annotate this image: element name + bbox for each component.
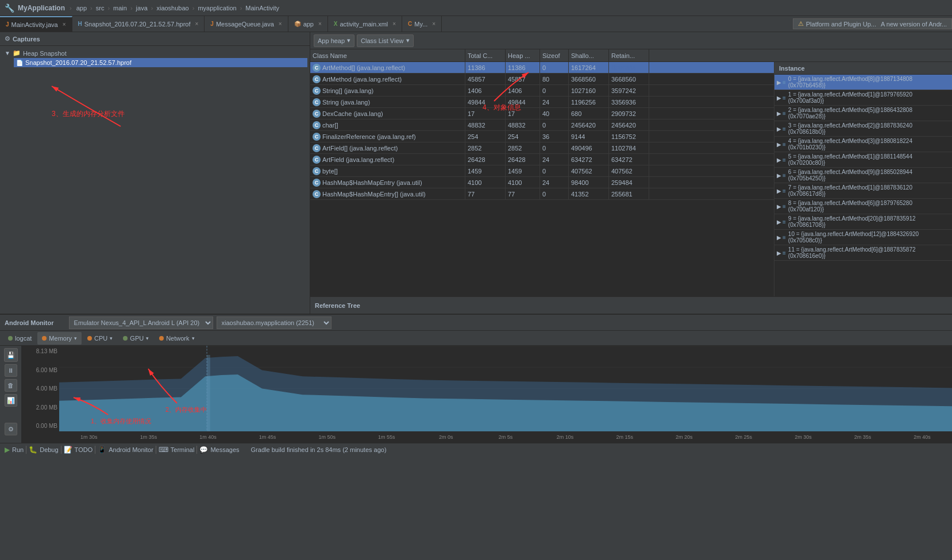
dump-heap-btn[interactable]: 💾 [4, 348, 18, 362]
network-dropdown-icon[interactable]: ▾ [192, 335, 195, 341]
close-messagequeue-icon[interactable]: × [279, 21, 282, 27]
android-monitor-button[interactable]: 📱 Android Monitor [98, 446, 153, 454]
instance-row-7[interactable]: ▶ ≡ 7 = {java.lang.reflect.ArtMethod[1]@… [774, 183, 952, 199]
nav-src[interactable]: src [96, 5, 105, 11]
debug-button[interactable]: 🐛 Debug [29, 446, 58, 454]
instance-row-2[interactable]: ▶ ≡ 2 = {java.lang.reflect.ArtMethod[5]@… [774, 106, 952, 121]
class-total-1: 45857 [465, 74, 506, 84]
class-row-8[interactable]: CArtField (java.lang.reflect) 26428 2642… [310, 154, 774, 165]
class-shallow-1: 3668560 [569, 74, 609, 84]
instance-row-4[interactable]: ▶ ≡ 4 = {java.lang.reflect.ArtMethod[3]@… [774, 137, 952, 152]
tab-app[interactable]: 📦 app × [288, 16, 328, 32]
monitor-tab-network[interactable]: Network ▾ [155, 332, 199, 345]
close-hprof-icon[interactable]: × [195, 21, 198, 27]
class-icon-5: C [313, 121, 321, 129]
gpu-dropdown-icon[interactable]: ▾ [146, 335, 149, 341]
monitor-tab-gpu[interactable]: GPU ▾ [118, 332, 153, 345]
class-retain-2: 3597242 [609, 85, 649, 96]
instance-row-10[interactable]: ▶ ≡ 10 = {java.lang.reflect.ArtMethod[12… [774, 230, 952, 245]
instance-row-3[interactable]: ▶ ≡ 3 = {java.lang.reflect.ArtMethod[2]@… [774, 121, 952, 137]
close-my-icon[interactable]: × [432, 21, 435, 27]
instance-row-8[interactable]: ▶ ≡ 8 = {java.lang.reflect.ArtMethod[6]@… [774, 199, 952, 214]
close-app-icon[interactable]: × [318, 21, 322, 27]
class-heap-1: 45857 [506, 74, 540, 84]
monitor-tab-memory[interactable]: Memory ▾ [37, 332, 82, 345]
class-row-2[interactable]: CString[] (java.lang) 1406 1406 0 102716… [310, 85, 774, 96]
class-list-view-dropdown[interactable]: Class List View ▾ [357, 34, 413, 47]
instance-text-5: 5 = {java.lang.reflect.ArtMethod[1]@1881… [788, 153, 950, 166]
tab-activity-main[interactable]: X activity_main.xml × [328, 16, 402, 32]
monitor-tab-logcat[interactable]: logcat [3, 332, 36, 345]
class-retain-8: 634272 [609, 154, 649, 165]
heap-snapshot-label: Heap Snapshot [23, 50, 67, 57]
todo-button[interactable]: 📝 TODO [64, 446, 93, 454]
messages-button[interactable]: 💬 Messages [199, 446, 239, 454]
snapshot-file-item[interactable]: 📄 Snapshot_2016.07.20_21.52.57.hprof [14, 58, 307, 67]
memory-dot [42, 336, 47, 341]
settings-btn[interactable]: ⚙ [5, 423, 17, 435]
instance-row-9[interactable]: ▶ ≡ 9 = {java.lang.reflect.ArtMethod[20]… [774, 214, 952, 230]
nav-main[interactable]: main [113, 5, 127, 11]
app-heap-dropdown[interactable]: App heap ▾ [314, 34, 354, 47]
cpu-dropdown-icon[interactable]: ▾ [110, 335, 113, 341]
class-row-11[interactable]: CHashMap$HashMapEntry[] (java.util) 77 7… [310, 188, 774, 200]
nav-java[interactable]: java [136, 5, 148, 11]
tab-hprof[interactable]: H Snapshot_2016.07.20_21.52.57.hprof × [72, 16, 205, 32]
run-label: Run [12, 446, 24, 453]
instance-row-0[interactable]: ▶ ≡ 0 = {java.lang.reflect.ArtMethod[8]@… [774, 75, 952, 90]
tab-messagequeue[interactable]: J MessageQueue.java × [205, 16, 288, 32]
class-row-1[interactable]: CArtMethod (java.lang.reflect) 45857 458… [310, 74, 774, 85]
alloc-btn[interactable]: 📊 [5, 394, 17, 407]
tab-my[interactable]: C My... × [402, 16, 442, 32]
nav-myapp[interactable]: myapplication [198, 5, 236, 11]
instance-text-2: 2 = {java.lang.reflect.ArtMethod[5]@1886… [788, 107, 950, 119]
class-row-0[interactable]: C ArtMethod[] (java.lang.reflect) 11386 … [310, 62, 774, 74]
folder-icon: 📁 [13, 49, 21, 57]
chevron-down-icon: ▾ [347, 37, 350, 44]
instance-row-6[interactable]: ▶ ≡ 6 = {java.lang.reflect.ArtMethod[9]@… [774, 168, 952, 183]
class-row-3[interactable]: CString (java.lang) 49844 49844 24 11962… [310, 96, 774, 108]
expand-icon-1: ▶ [777, 95, 781, 101]
nav-xiaoshubao[interactable]: xiaoshubao [156, 5, 188, 11]
annotation-3: 3、生成的内存分析文件 [52, 109, 125, 119]
heap-snapshot-folder[interactable]: ▼ 📁 Heap Snapshot [2, 48, 307, 58]
memory-dropdown-icon[interactable]: ▾ [74, 335, 77, 341]
nav-app[interactable]: app [76, 5, 87, 11]
class-row-7[interactable]: CArtField[] (java.lang.reflect) 2852 285… [310, 142, 774, 154]
terminal-button[interactable]: ⌨ Terminal [159, 446, 195, 454]
instance-row-1[interactable]: ▶ ≡ 1 = {java.lang.reflect.ArtMethod[1]@… [774, 90, 952, 106]
settings-icon[interactable]: ⚙ [5, 35, 10, 43]
class-shallow-6: 9144 [569, 131, 609, 142]
monitor-tab-cpu[interactable]: CPU ▾ [83, 332, 117, 345]
class-row-10[interactable]: CHashMap$HashMapEntry (java.util) 4100 4… [310, 177, 774, 188]
class-row-4[interactable]: CDexCache (java.lang) 17 17 40 680 29097… [310, 108, 774, 119]
class-row-5[interactable]: Cchar[] 48832 48832 0 2456420 2456420 [310, 119, 774, 131]
close-mainactivity-icon[interactable]: × [63, 21, 66, 28]
class-row-6[interactable]: CFinalizerReference (java.lang.ref) 254 … [310, 131, 774, 142]
class-name-7: ArtField[] (java.lang.reflect) [322, 145, 398, 152]
class-sizeof-0: 0 [540, 62, 569, 73]
logcat-label: logcat [15, 335, 32, 342]
class-shallow-4: 680 [569, 108, 609, 119]
close-activity-main-icon[interactable]: × [392, 21, 396, 27]
class-icon-9: C [313, 167, 321, 175]
package-selector[interactable]: xiaoshubao.myapplication (2251) [217, 316, 332, 329]
class-row-9[interactable]: Cbyte[] 1459 1459 0 407562 407562 [310, 165, 774, 177]
tab-mainactivity[interactable]: J MainActivity.java × [0, 16, 72, 32]
device-selector[interactable]: Emulator Nexus_4_API_L Android L (API 20… [69, 316, 213, 329]
instance-row-11[interactable]: ▶ ≡ 11 = {java.lang.reflect.ArtMethod[6]… [774, 245, 952, 261]
instance-row-5[interactable]: ▶ ≡ 5 = {java.lang.reflect.ArtMethod[1]@… [774, 152, 952, 168]
expand-icon-9: ▶ [777, 219, 781, 225]
nav-separator7: › [240, 5, 242, 11]
instance-text-6: 6 = {java.lang.reflect.ArtMethod[9]@1885… [788, 169, 950, 181]
app-heap-label: App heap [318, 37, 345, 44]
gc-btn[interactable]: 🗑 [5, 379, 17, 392]
run-button[interactable]: ▶ Run [5, 446, 24, 454]
nav-mainactivity[interactable]: MainActivity [245, 5, 279, 11]
pause-btn[interactable]: ⏸ [5, 364, 17, 377]
class-heap-8: 26428 [506, 154, 540, 165]
col-sizeof: Sizeof [540, 49, 569, 61]
expand-icon-8: ▶ [777, 203, 781, 210]
class-icon-3: C [313, 98, 321, 106]
reference-tree-header: Reference Tree [310, 296, 952, 314]
